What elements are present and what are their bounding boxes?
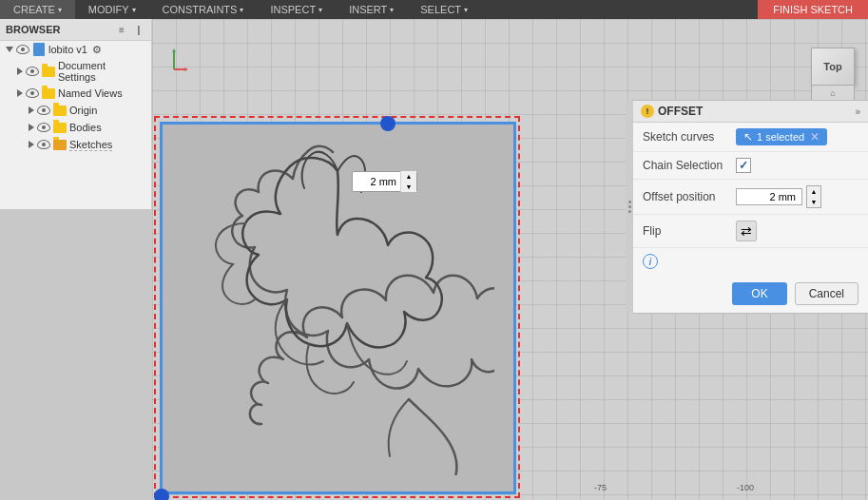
menu-create[interactable]: CREATE ▾ [0, 0, 75, 19]
browser-item-docsettings[interactable]: Document Settings [0, 58, 151, 85]
offset-increment-button[interactable]: ▲ [807, 186, 820, 197]
folder-icon [42, 65, 55, 78]
chain-selection-checkbox[interactable]: ✓ [736, 158, 751, 173]
menu-insert-arrow: ▾ [390, 6, 394, 14]
view-cube[interactable]: Top ⌂ [811, 48, 858, 105]
browser-item-sketches[interactable]: Sketches [0, 136, 151, 153]
flip-label: Flip [643, 224, 728, 238]
view-cube-home[interactable]: ⌂ [811, 86, 855, 101]
cursor-icon: ↖ [743, 130, 753, 144]
browser-item-lobito[interactable]: lobito v1 ⚙ [0, 41, 151, 58]
checkbox-checkmark: ✓ [739, 159, 748, 172]
folder-icon [42, 87, 55, 100]
menu-modify[interactable]: MODIFY ▾ [75, 0, 149, 19]
eye-icon[interactable] [37, 140, 50, 149]
offset-panel-header: ! OFFSET » [633, 101, 868, 123]
menu-select-arrow: ▾ [464, 6, 468, 14]
settings-icon[interactable]: ⚙ [92, 44, 102, 56]
cancel-button[interactable]: Cancel [795, 282, 858, 305]
chevron-right-icon [29, 141, 34, 148]
selected-badge[interactable]: ↖ 1 selected ✕ [736, 128, 827, 145]
browser-item-lobito-label: lobito v1 [48, 44, 87, 55]
flip-button[interactable]: ⇄ [736, 221, 757, 241]
browser-item-docsettings-label: Document Settings [58, 60, 145, 83]
finish-sketch-label: FINISH SKETCH [773, 4, 853, 15]
canvas-offset-input-box[interactable]: 2 mm ▲ ▼ [352, 171, 417, 192]
warning-icon: ! [641, 105, 654, 118]
eye-icon[interactable] [37, 106, 50, 115]
canvas-offset-spinner: ▲ ▼ [400, 171, 416, 192]
offset-position-value: 2 mm ▲ ▼ [736, 185, 858, 208]
info-icon: i [643, 254, 658, 269]
browser-header: BROWSER ≡ | [0, 19, 151, 41]
snap-point-top [380, 116, 395, 131]
menu-insert-label: INSERT [349, 4, 387, 15]
axis-indicator [160, 46, 188, 77]
menu-constraints-label: CONSTRAINTS [163, 4, 238, 15]
folder-icon [53, 138, 67, 151]
folder-icon [53, 104, 67, 117]
browser-item-bodies-label: Bodies [69, 122, 102, 133]
offset-panel-title-text: OFFSET [658, 105, 703, 118]
offset-position-row: Offset position 2 mm ▲ ▼ [633, 180, 868, 215]
offset-position-input[interactable]: 2 mm [736, 188, 802, 205]
menu-insert[interactable]: INSERT ▾ [336, 0, 407, 19]
browser-item-namedviews-label: Named Views [58, 87, 123, 99]
browser-item-bodies[interactable]: Bodies [0, 119, 151, 136]
doc-icon [32, 43, 46, 56]
ruler-mark-75: -75 [594, 483, 607, 492]
menu-modify-arrow: ▾ [132, 6, 136, 14]
canvas-offset-decrement[interactable]: ▼ [401, 182, 416, 192]
panel-buttons-row: OK Cancel [633, 275, 868, 313]
eye-icon[interactable] [37, 123, 50, 132]
chevron-right-icon [17, 89, 23, 97]
panel-expand-button[interactable]: » [855, 106, 860, 117]
chevron-right-icon [29, 106, 34, 114]
browser-item-origin-label: Origin [69, 105, 97, 116]
offset-panel-title: ! OFFSET [641, 105, 703, 118]
menu-bar: CREATE ▾ MODIFY ▾ CONSTRAINTS ▾ INSPECT … [0, 0, 868, 19]
panel-drag-handle[interactable] [626, 101, 633, 313]
view-cube-face-top[interactable]: Top [811, 48, 855, 86]
sketch-curves-row: Sketch curves ↖ 1 selected ✕ [633, 123, 868, 152]
browser-panel: BROWSER ≡ | lobito v1 ⚙ Document Setting… [0, 19, 152, 209]
offset-input-row: 2 mm ▲ ▼ [736, 185, 821, 208]
chevron-right-icon [29, 124, 34, 131]
menu-modify-label: MODIFY [88, 4, 129, 15]
offset-decrement-button[interactable]: ▼ [807, 197, 820, 207]
flip-row: Flip ⇄ [633, 215, 868, 248]
info-row: i [633, 248, 868, 275]
chevron-down-icon [6, 47, 13, 52]
eye-icon[interactable] [26, 88, 39, 98]
badge-close-button[interactable]: ✕ [810, 130, 820, 144]
browser-pin-icon[interactable]: | [132, 23, 145, 36]
menu-inspect-label: INSPECT [270, 4, 316, 15]
drag-dots [628, 201, 631, 213]
chain-selection-label: Chain Selection [643, 159, 728, 172]
ok-button[interactable]: OK [732, 282, 786, 305]
browser-header-icons: ≡ | [115, 23, 145, 36]
eye-icon[interactable] [16, 45, 29, 54]
folder-icon [53, 121, 67, 134]
browser-item-namedviews[interactable]: Named Views [0, 85, 151, 102]
chain-selection-value: ✓ [736, 158, 858, 173]
menu-inspect[interactable]: INSPECT ▾ [257, 0, 336, 19]
wolf-illustration [181, 133, 494, 475]
chain-selection-row: Chain Selection ✓ [633, 152, 868, 180]
svg-marker-2 [172, 48, 176, 52]
menu-select-label: SELECT [420, 4, 461, 15]
browser-collapse-icon[interactable]: ≡ [115, 23, 128, 36]
view-cube-label: Top [823, 61, 841, 72]
canvas-offset-increment[interactable]: ▲ [401, 171, 416, 182]
menu-select[interactable]: SELECT ▾ [407, 0, 481, 19]
eye-icon[interactable] [26, 67, 39, 76]
sketch-curves-label: Sketch curves [643, 130, 728, 144]
menu-inspect-arrow: ▾ [318, 6, 322, 14]
menu-create-label: CREATE [13, 4, 55, 15]
browser-item-origin[interactable]: Origin [0, 102, 151, 119]
browser-title: BROWSER [6, 24, 60, 35]
finish-sketch-button[interactable]: FINISH SKETCH [758, 0, 868, 19]
menu-constraints[interactable]: CONSTRAINTS ▾ [149, 0, 258, 19]
canvas-offset-input[interactable]: 2 mm [353, 174, 400, 189]
flip-value: ⇄ [736, 221, 858, 241]
